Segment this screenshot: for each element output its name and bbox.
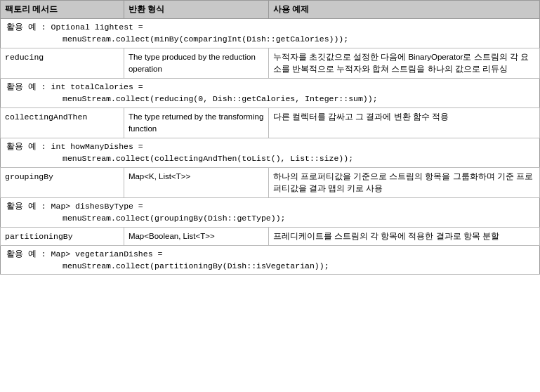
description-cell: 누적자를 초깃값으로 설정한 다음에 BinaryOperator로 스트림의 … <box>268 48 539 79</box>
header-return: 반환 형식 <box>124 1 268 19</box>
example-row: 활용 예 : int totalCalories =menuStream.col… <box>1 79 540 108</box>
return-type-cell: Map<K, List<T>> <box>124 167 268 198</box>
example-row: 활용 예 : int howManyDishes =menuStream.col… <box>1 138 540 168</box>
example-code: 활용 예 : int howManyDishes =menuStream.col… <box>1 138 540 168</box>
method-cell: groupingBy <box>1 167 124 198</box>
data-row: collectingAndThenThe type returned by th… <box>1 107 540 138</box>
return-type-cell: Map<Boolean, List<T>> <box>124 227 268 245</box>
data-row: reducingThe type produced by the reducti… <box>1 48 540 79</box>
example-code: 활용 예 : Map> vegetarianDishes =menuStream… <box>1 245 540 275</box>
example-code: 활용 예 : Map> dishesByType =menuStream.col… <box>1 198 540 228</box>
return-type-cell: The type produced by the reduction opera… <box>124 48 268 79</box>
description-cell: 다른 컬렉터를 감싸고 그 결과에 변환 함수 적용 <box>268 107 539 138</box>
header-method: 팩토리 메서드 <box>1 1 124 19</box>
example-code: 활용 예 : int totalCalories =menuStream.col… <box>1 79 540 108</box>
method-cell: collectingAndThen <box>1 107 124 138</box>
example-code: 활용 예 : Optional lightest =menuStream.col… <box>1 19 540 48</box>
factory-methods-table: 팩토리 메서드 반환 형식 사용 예제 활용 예 : Optional ligh… <box>0 0 540 275</box>
header-example: 사용 예제 <box>268 1 539 19</box>
description-cell: 프레디케이트를 스트림의 각 항목에 적용한 결과로 항목 분할 <box>268 227 539 245</box>
example-row: 활용 예 : Map> vegetarianDishes =menuStream… <box>1 245 540 275</box>
method-cell: reducing <box>1 48 124 79</box>
data-row: groupingByMap<K, List<T>>하나의 프로퍼티값을 기준으로… <box>1 167 540 198</box>
data-row: partitioningByMap<Boolean, List<T>>프레디케이… <box>1 227 540 245</box>
description-cell: 하나의 프로퍼티값을 기준으로 스트림의 항목을 그룹화하며 기준 프로퍼티값을… <box>268 167 539 198</box>
method-cell: partitioningBy <box>1 227 124 245</box>
return-type-cell: The type returned by the transforming fu… <box>124 107 268 138</box>
example-row: 활용 예 : Optional lightest =menuStream.col… <box>1 19 540 48</box>
example-row: 활용 예 : Map> dishesByType =menuStream.col… <box>1 198 540 228</box>
